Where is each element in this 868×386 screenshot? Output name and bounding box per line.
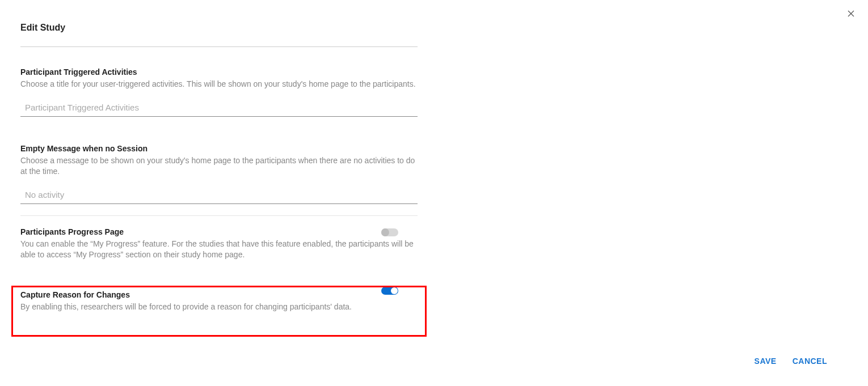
section-participant-triggered: Participant Triggered Activities Choose … [20,67,416,117]
progress-toggle[interactable] [381,228,398,236]
footer-actions: SAVE CANCEL [755,357,827,366]
capture-toggle[interactable] [381,287,398,295]
empty-desc: Choose a message to be shown on your stu… [20,155,416,177]
section-divider-1 [20,215,418,216]
triggered-input-wrapper [20,99,418,117]
progress-desc: You can enable the “My Progress” feature… [20,239,418,261]
triggered-input[interactable] [25,103,418,112]
capture-label: Capture Reason for Changes [20,290,389,299]
empty-message-input[interactable] [25,190,418,200]
section-empty-message: Empty Message when no Session Choose a m… [20,144,416,204]
section-capture: Capture Reason for Changes By enabling t… [20,286,418,313]
empty-label: Empty Message when no Session [20,144,416,153]
title-divider [20,46,418,47]
cancel-button[interactable]: CANCEL [793,357,827,366]
triggered-desc: Choose a title for your user-triggered a… [20,79,416,90]
edit-study-dialog: Edit Study Participant Triggered Activit… [0,0,868,386]
content-area: Edit Study Participant Triggered Activit… [0,0,437,313]
capture-desc: By enabling this, researchers will be fo… [20,302,389,313]
save-button[interactable]: SAVE [755,357,777,366]
section-progress: Participants Progress Page You can enabl… [20,227,418,261]
empty-input-wrapper [20,186,418,204]
page-title: Edit Study [20,23,416,33]
close-button[interactable] [846,9,856,18]
close-icon [848,10,854,17]
triggered-label: Participant Triggered Activities [20,67,416,77]
progress-label: Participants Progress Page [20,227,418,236]
